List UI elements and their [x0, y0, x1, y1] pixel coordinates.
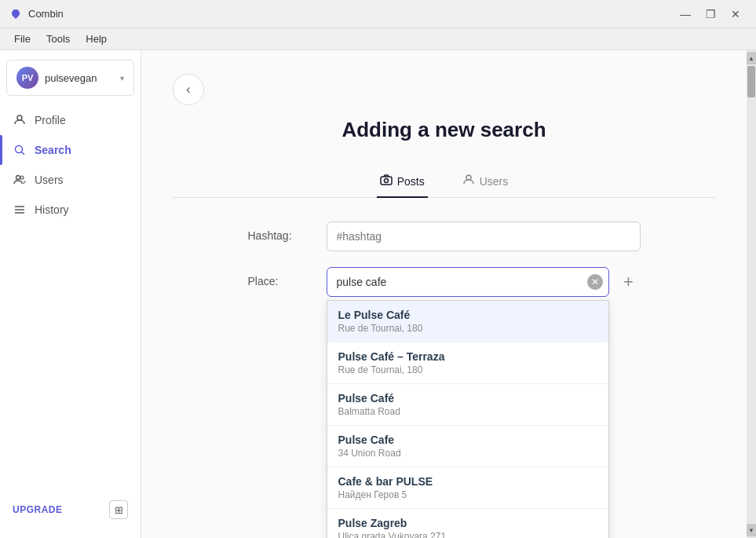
place-dropdown: Le Pulse Café Rue de Tournai, 180 Pulse … [327, 300, 609, 538]
dropdown-item-addr-0: Rue de Tournai, 180 [338, 323, 597, 334]
svg-line-2 [22, 152, 25, 156]
avatar: PV [16, 67, 38, 89]
sidebar-item-profile[interactable]: Profile [0, 105, 141, 135]
users-icon [13, 173, 27, 187]
search-icon [13, 143, 27, 157]
svg-point-9 [384, 179, 388, 183]
menu-bar: File Tools Help [0, 28, 756, 50]
back-button[interactable]: ‹ [173, 74, 204, 105]
scrollbar[interactable]: ▲ ▼ [747, 50, 756, 538]
tab-users-label: Users [480, 175, 509, 188]
dropdown-item-5[interactable]: Pulse Zagreb Ulica grada Vukovara 271 [327, 509, 608, 538]
upgrade-icon-button[interactable]: ⊞ [109, 500, 128, 519]
svg-point-4 [20, 176, 24, 179]
page-title: Adding a new search [173, 118, 715, 142]
content-area: ‹ Adding a new search Posts [141, 50, 747, 538]
dropdown-item-3[interactable]: Pulse Cafe 34 Union Road [327, 426, 608, 467]
svg-rect-8 [381, 177, 392, 185]
scrollbar-track [747, 64, 756, 524]
scrollbar-thumb[interactable] [747, 66, 755, 97]
scroll-down-button[interactable]: ▼ [747, 524, 756, 536]
svg-point-3 [16, 176, 20, 180]
hashtag-input-wrap [327, 221, 641, 251]
dropdown-item-addr-1: Rue de Tournai, 180 [338, 364, 597, 375]
dropdown-item-name-2: Pulse Café [338, 392, 597, 404]
menu-file[interactable]: File [6, 30, 38, 48]
hashtag-label: Hashtag: [248, 221, 327, 242]
username-label: pulsevegan [45, 72, 120, 84]
dropdown-item-addr-4: Найден Геров 5 [338, 489, 597, 500]
dropdown-item-name-0: Le Pulse Café [338, 309, 597, 321]
tab-posts[interactable]: Posts [377, 166, 428, 198]
place-row: Place: ✕ Le Pulse Café Rue de Tournai, 1… [248, 267, 641, 297]
tab-users[interactable]: Users [459, 166, 512, 198]
hashtag-row: Hashtag: [248, 221, 641, 251]
app-body: PV pulsevegan ▾ Profile Search [0, 50, 756, 538]
dropdown-item-0[interactable]: Le Pulse Café Rue de Tournai, 180 [327, 301, 608, 342]
svg-point-1 [16, 146, 23, 153]
tabs: Posts Users [173, 166, 715, 198]
title-bar: Combin — ❐ ✕ [0, 0, 756, 28]
place-input-wrap: ✕ Le Pulse Café Rue de Tournai, 180 Puls… [327, 267, 609, 297]
sidebar-bottom: UPGRADE ⊞ [0, 491, 141, 529]
svg-point-10 [466, 175, 471, 180]
profile-icon [13, 113, 27, 127]
dropdown-item-name-1: Pulse Café – Terraza [338, 350, 597, 363]
app-icon [9, 8, 22, 20]
chevron-down-icon: ▾ [120, 74, 124, 82]
dropdown-item-name-3: Pulse Cafe [338, 434, 597, 446]
camera-icon [380, 174, 393, 188]
dropdown-item-addr-3: 34 Union Road [338, 448, 597, 459]
dropdown-item-addr-2: Balmatta Road [338, 406, 597, 417]
history-icon [13, 203, 27, 217]
maximize-button[interactable]: ❐ [699, 6, 721, 22]
add-place-button[interactable]: + [617, 270, 641, 294]
menu-tools[interactable]: Tools [38, 30, 78, 48]
minimize-button[interactable]: — [674, 6, 696, 22]
user-account-button[interactable]: PV pulsevegan ▾ [6, 60, 134, 96]
upgrade-button[interactable]: UPGRADE [13, 504, 63, 515]
sidebar: PV pulsevegan ▾ Profile Search [0, 50, 141, 538]
svg-point-0 [17, 115, 22, 120]
menu-help[interactable]: Help [78, 30, 115, 48]
sidebar-label-users: Users [35, 174, 64, 186]
place-input[interactable] [327, 267, 609, 297]
form-area: Hashtag: Place: ✕ [248, 221, 641, 313]
scroll-up-button[interactable]: ▲ [747, 52, 756, 64]
sidebar-item-history[interactable]: History [0, 195, 141, 225]
place-label: Place: [248, 267, 327, 287]
app-title: Combin [28, 8, 674, 20]
user-tab-icon [462, 174, 475, 188]
sidebar-item-search[interactable]: Search [0, 135, 141, 165]
clear-place-button[interactable]: ✕ [587, 274, 603, 290]
dropdown-item-addr-5: Ulica grada Vukovara 271 [338, 531, 597, 538]
dropdown-item-2[interactable]: Pulse Café Balmatta Road [327, 384, 608, 426]
tab-posts-label: Posts [397, 175, 425, 188]
sidebar-label-history: History [35, 203, 69, 216]
dropdown-item-1[interactable]: Pulse Café – Terraza Rue de Tournai, 180 [327, 342, 608, 384]
window-controls: — ❐ ✕ [674, 6, 747, 22]
main-row: ‹ Adding a new search Posts [141, 50, 756, 538]
hashtag-input[interactable] [327, 221, 641, 251]
sidebar-label-search: Search [35, 144, 71, 156]
dropdown-item-name-4: Cafe & bar PULSE [338, 475, 597, 488]
close-button[interactable]: ✕ [725, 6, 747, 22]
sidebar-label-profile: Profile [35, 114, 66, 126]
dropdown-item-name-5: Pulse Zagreb [338, 517, 597, 529]
dropdown-item-4[interactable]: Cafe & bar PULSE Найден Геров 5 [327, 467, 608, 509]
main-content: ‹ Adding a new search Posts [141, 50, 747, 538]
sidebar-item-users[interactable]: Users [0, 165, 141, 195]
